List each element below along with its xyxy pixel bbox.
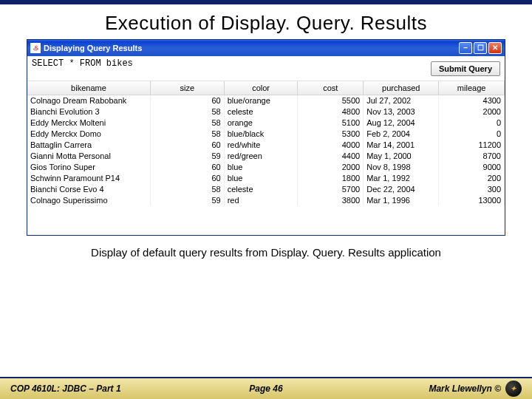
cell-bikename: Bianchi Evolution 3 <box>27 106 150 117</box>
minimize-button[interactable]: – <box>459 42 472 54</box>
cell-cost: 1800 <box>298 172 364 183</box>
cell-size: 59 <box>150 150 224 161</box>
cell-bikename: Bianchi Corse Evo 4 <box>27 183 150 194</box>
table-header-row: bikename size color cost purchased milea… <box>27 81 505 95</box>
cell-color: blue/black <box>224 128 298 139</box>
cell-purchased: Feb 2, 2004 <box>364 128 439 139</box>
cell-cost: 5700 <box>298 183 364 194</box>
query-area: SELECT * FROM bikes Submit Query <box>27 56 505 81</box>
close-icon: ✕ <box>492 44 498 52</box>
cell-cost: 5500 <box>298 95 364 106</box>
cell-mileage: 4300 <box>439 95 505 106</box>
window-title: Displaying Query Results <box>44 44 142 52</box>
slide-top-border <box>0 0 532 4</box>
cell-purchased: Nov 13, 2003 <box>364 106 439 117</box>
cell-color: celeste <box>224 106 298 117</box>
cell-color: red/white <box>224 139 298 150</box>
cell-purchased: Aug 12, 2004 <box>364 117 439 128</box>
table-row[interactable]: Colnago Dream Rabobank60blue/orange5500J… <box>27 95 505 106</box>
cell-size: 60 <box>150 139 224 150</box>
table-row[interactable]: Battaglin Carrera60red/white4000Mar 14, … <box>27 139 505 150</box>
query-input[interactable]: SELECT * FROM bikes <box>27 56 426 81</box>
submit-query-button[interactable]: Submit Query <box>431 61 500 76</box>
cell-mileage: 9000 <box>439 161 505 172</box>
slide-footer: COP 4610L: JDBC – Part 1 Page 46 Mark Ll… <box>0 377 532 399</box>
cell-purchased: Jul 27, 2002 <box>364 95 439 106</box>
table-row[interactable]: Bianchi Evolution 358celeste4800Nov 13, … <box>27 106 505 117</box>
cell-cost: 5300 <box>298 128 364 139</box>
slide-caption: Display of default query results from Di… <box>0 246 532 259</box>
table-row[interactable]: Bianchi Corse Evo 458celeste5700Dec 22, … <box>27 183 505 194</box>
col-header-size[interactable]: size <box>150 81 224 95</box>
cell-color: orange <box>224 117 298 128</box>
cell-bikename: Eddy Merckx Domo <box>27 128 150 139</box>
cell-color: celeste <box>224 183 298 194</box>
cell-cost: 3800 <box>298 194 364 205</box>
cell-size: 58 <box>150 117 224 128</box>
table-row[interactable]: Gios Torino Super60blue2000Nov 8, 199890… <box>27 161 505 172</box>
cell-size: 60 <box>150 95 224 106</box>
footer-page: Page 46 <box>249 383 282 394</box>
footer-author: Mark Llewellyn © <box>429 383 501 394</box>
ucf-logo-icon: ✦ <box>505 381 522 397</box>
table-empty-space <box>27 205 505 235</box>
table-row[interactable]: Colnago Superissimo59red3800Mar 1, 19961… <box>27 194 505 205</box>
cell-purchased: May 1, 2000 <box>364 150 439 161</box>
col-header-color[interactable]: color <box>224 81 298 95</box>
cell-bikename: Gios Torino Super <box>27 161 150 172</box>
cell-size: 59 <box>150 194 224 205</box>
cell-size: 58 <box>150 183 224 194</box>
cell-mileage: 2000 <box>439 106 505 117</box>
cell-bikename: Colnago Superissimo <box>27 194 150 205</box>
cell-bikename: Colnago Dream Rabobank <box>27 95 150 106</box>
cell-mileage: 13000 <box>439 194 505 205</box>
cell-color: blue <box>224 172 298 183</box>
cell-size: 60 <box>150 161 224 172</box>
col-header-bikename[interactable]: bikename <box>27 81 150 95</box>
close-button[interactable]: ✕ <box>488 42 502 54</box>
maximize-button[interactable]: ☐ <box>474 42 487 54</box>
minimize-icon: – <box>463 44 468 52</box>
cell-purchased: Mar 14, 2001 <box>364 139 439 150</box>
cell-mileage: 0 <box>439 128 505 139</box>
cell-mileage: 8700 <box>439 150 505 161</box>
cell-mileage: 0 <box>439 117 505 128</box>
cell-bikename: Eddy Merckx Molteni <box>27 117 150 128</box>
cell-mileage: 200 <box>439 172 505 183</box>
col-header-cost[interactable]: cost <box>298 81 364 95</box>
maximize-icon: ☐ <box>477 44 484 52</box>
cell-purchased: Nov 8, 1998 <box>364 161 439 172</box>
cell-size: 58 <box>150 128 224 139</box>
col-header-mileage[interactable]: mileage <box>439 81 505 95</box>
col-header-purchased[interactable]: purchased <box>364 81 439 95</box>
cell-bikename: Battaglin Carrera <box>27 139 150 150</box>
slide-title: Execution of Display. Query. Results <box>0 12 532 35</box>
cell-size: 58 <box>150 106 224 117</box>
cell-color: blue/orange <box>224 95 298 106</box>
cell-size: 60 <box>150 172 224 183</box>
cell-bikename: Gianni Motta Personal <box>27 150 150 161</box>
table-row[interactable]: Gianni Motta Personal59red/green4400May … <box>27 150 505 161</box>
cell-mileage: 11200 <box>439 139 505 150</box>
cell-cost: 4800 <box>298 106 364 117</box>
cell-cost: 4000 <box>298 139 364 150</box>
table-row[interactable]: Schwinn Paramount P1460blue1800Mar 1, 19… <box>27 172 505 183</box>
cell-cost: 5100 <box>298 117 364 128</box>
footer-bar: COP 4610L: JDBC – Part 1 Page 46 Mark Ll… <box>0 378 532 399</box>
table-row[interactable]: Eddy Merckx Domo58blue/black5300Feb 2, 2… <box>27 128 505 139</box>
cell-cost: 4400 <box>298 150 364 161</box>
footer-course: COP 4610L: JDBC – Part 1 <box>10 383 121 394</box>
table-row[interactable]: Eddy Merckx Molteni58orange5100Aug 12, 2… <box>27 117 505 128</box>
cell-color: red <box>224 194 298 205</box>
cell-mileage: 300 <box>439 183 505 194</box>
cell-cost: 2000 <box>298 161 364 172</box>
results-table: bikename size color cost purchased milea… <box>27 81 505 205</box>
cell-color: blue <box>224 161 298 172</box>
app-window: ♨ Displaying Query Results – ☐ ✕ SELECT … <box>27 39 505 236</box>
cell-color: red/green <box>224 150 298 161</box>
cell-purchased: Mar 1, 1996 <box>364 194 439 205</box>
cell-purchased: Mar 1, 1992 <box>364 172 439 183</box>
java-icon: ♨ <box>30 43 41 53</box>
titlebar: ♨ Displaying Query Results – ☐ ✕ <box>27 40 505 56</box>
window-buttons: – ☐ ✕ <box>459 42 502 54</box>
